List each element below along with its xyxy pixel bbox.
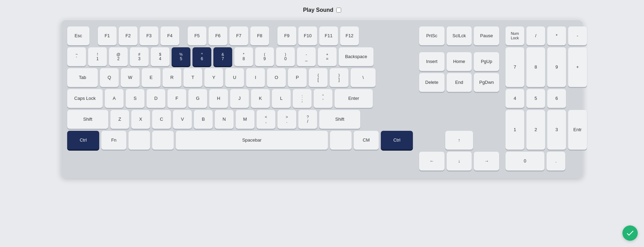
key-v[interactable]: V — [173, 110, 192, 129]
key-f1[interactable]: F1 — [98, 26, 117, 45]
key-c[interactable]: C — [152, 110, 171, 129]
key-3[interactable]: #3 — [130, 47, 149, 66]
key-rbracket[interactable]: }] — [330, 68, 348, 87]
key-i[interactable]: I — [246, 68, 265, 87]
key-arrow-left[interactable]: ← — [419, 152, 445, 170]
key-5[interactable]: %5 — [172, 47, 190, 66]
key-j[interactable]: J — [230, 89, 249, 108]
key-period[interactable]: >. — [277, 110, 296, 129]
key-alt-right[interactable] — [330, 131, 352, 150]
key-slash[interactable]: ?/ — [298, 110, 317, 129]
key-numlock[interactable]: NumLock — [505, 26, 524, 45]
key-insert[interactable]: Insert — [419, 52, 445, 71]
key-esc[interactable]: Esc — [67, 26, 89, 45]
key-comma[interactable]: <, — [257, 110, 275, 129]
key-0[interactable]: )0 — [276, 47, 295, 66]
key-num-plus[interactable]: + — [568, 47, 587, 87]
key-f7[interactable]: F7 — [229, 26, 248, 45]
key-num6[interactable]: 6 — [547, 89, 566, 108]
key-capslock[interactable]: Caps Lock — [67, 89, 103, 108]
key-6[interactable]: ^6 — [193, 47, 211, 66]
key-spacebar[interactable]: Spacebar — [176, 131, 328, 150]
key-arrow-down[interactable]: ↓ — [447, 152, 472, 170]
key-w[interactable]: W — [121, 68, 140, 87]
key-shift-right[interactable]: Shift — [319, 110, 360, 129]
key-u[interactable]: U — [225, 68, 244, 87]
key-f5[interactable]: F5 — [188, 26, 206, 45]
key-7[interactable]: &7 — [213, 47, 232, 66]
key-2[interactable]: @2 — [109, 47, 128, 66]
key-shift-left[interactable]: Shift — [67, 110, 108, 129]
key-y[interactable]: Y — [204, 68, 223, 87]
key-alt-left[interactable] — [152, 131, 174, 150]
key-f[interactable]: F — [167, 89, 186, 108]
key-backtick[interactable]: ~` — [67, 47, 86, 66]
key-z[interactable]: Z — [110, 110, 129, 129]
key-9[interactable]: (9 — [255, 47, 274, 66]
key-num1[interactable]: 1 — [505, 110, 524, 150]
key-minus[interactable]: -_ — [297, 47, 316, 66]
key-f11[interactable]: F11 — [319, 26, 338, 45]
key-f2[interactable]: F2 — [119, 26, 138, 45]
key-r[interactable]: R — [163, 68, 181, 87]
key-f9[interactable]: F9 — [277, 26, 296, 45]
key-quote[interactable]: "' — [314, 89, 332, 108]
key-l[interactable]: L — [272, 89, 291, 108]
key-num8[interactable]: 8 — [526, 47, 545, 87]
key-pause[interactable]: Pause — [474, 26, 499, 45]
key-equals[interactable]: += — [318, 47, 337, 66]
key-enter[interactable]: Enter — [335, 89, 373, 108]
key-win-left[interactable] — [128, 131, 150, 150]
key-num4[interactable]: 4 — [505, 89, 524, 108]
key-h[interactable]: H — [209, 89, 228, 108]
key-k[interactable]: K — [251, 89, 270, 108]
key-x[interactable]: X — [131, 110, 150, 129]
key-num5[interactable]: 5 — [526, 89, 545, 108]
key-semicolon[interactable]: :; — [293, 89, 312, 108]
key-delete[interactable]: Delete — [419, 73, 445, 92]
key-tab[interactable]: Tab — [67, 68, 98, 87]
key-n[interactable]: N — [215, 110, 234, 129]
key-ctrl-right[interactable]: Ctrl — [381, 131, 413, 150]
key-backslash[interactable]: \ — [351, 68, 376, 87]
key-o[interactable]: O — [267, 68, 286, 87]
key-8[interactable]: *8 — [234, 47, 253, 66]
key-num3[interactable]: 3 — [547, 110, 566, 150]
key-q[interactable]: Q — [100, 68, 119, 87]
key-num-minus[interactable]: - — [568, 26, 587, 45]
key-s[interactable]: S — [126, 89, 144, 108]
key-fn[interactable]: Fn — [101, 131, 126, 150]
key-pgdwn[interactable]: PgDwn — [474, 73, 499, 92]
key-d[interactable]: D — [147, 89, 165, 108]
key-pgup[interactable]: PgUp — [474, 52, 499, 71]
key-scllck[interactable]: SclLck — [447, 26, 472, 45]
key-f12[interactable]: F12 — [340, 26, 359, 45]
key-g[interactable]: G — [188, 89, 207, 108]
key-arrow-up[interactable]: ↑ — [445, 131, 473, 150]
key-ctrl-left[interactable]: Ctrl — [67, 131, 99, 150]
key-m[interactable]: M — [236, 110, 254, 129]
key-b[interactable]: B — [194, 110, 213, 129]
key-arrow-right[interactable]: → — [474, 152, 499, 170]
key-num-enter[interactable]: Entr — [568, 110, 587, 150]
key-f6[interactable]: F6 — [209, 26, 227, 45]
key-cm[interactable]: CM — [354, 131, 379, 150]
key-num0[interactable]: 0 — [505, 152, 544, 170]
key-num2[interactable]: 2 — [526, 110, 545, 150]
key-1[interactable]: !1 — [88, 47, 107, 66]
key-num9[interactable]: 9 — [547, 47, 566, 87]
key-p[interactable]: P — [288, 68, 307, 87]
key-t[interactable]: T — [183, 68, 202, 87]
key-home[interactable]: Home — [447, 52, 472, 71]
key-4[interactable]: $4 — [151, 47, 170, 66]
key-num-slash[interactable]: / — [526, 26, 545, 45]
key-f4[interactable]: F4 — [160, 26, 179, 45]
watermark-button[interactable] — [622, 225, 638, 241]
key-num-dot[interactable]: . — [547, 152, 565, 170]
key-backspace[interactable]: Backspace — [339, 47, 374, 66]
key-e[interactable]: E — [142, 68, 160, 87]
play-sound-checkbox[interactable] — [336, 8, 341, 13]
key-num-multiply[interactable]: * — [547, 26, 566, 45]
key-f8[interactable]: F8 — [250, 26, 269, 45]
key-a[interactable]: A — [105, 89, 124, 108]
